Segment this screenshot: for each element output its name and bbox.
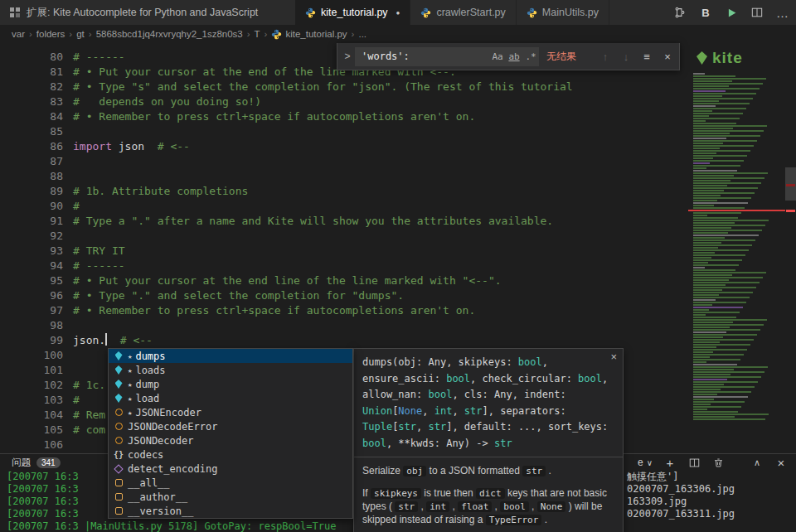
minimap-line [693,416,735,418]
token: # 1c. [73,379,105,391]
suggestion-item[interactable]: JSONDecoder [109,433,352,447]
suggestion-item[interactable]: __author__ [109,490,352,504]
editor-tab[interactable]: kite_tutorial.py● [295,0,410,25]
suggestion-item[interactable]: ★dump [109,377,352,391]
completion-field-icon [112,493,125,501]
minimap[interactable]: kite [688,43,785,453]
close-popup-icon[interactable]: × [610,351,617,363]
minimap-line [693,90,726,92]
split-editor-icon[interactable] [750,6,764,19]
previous-match-icon[interactable]: ↑ [598,51,613,63]
formatter-b-icon[interactable]: B [699,6,712,19]
minimap-line [693,346,716,348]
breadcrumb-item[interactable]: 5868sbcd1jq4rxvryqhy2_1sz8n0s3 [96,29,243,39]
completion-method-icon [112,466,125,472]
line-text: # depends on you doing so!) [73,94,261,109]
breadcrumb-item[interactable]: gt [76,29,85,39]
line-text: # • Remember to press ctrl+space if auto… [73,303,475,318]
line-number: 91 [0,214,63,229]
minimap-line [693,374,730,375]
close-find-icon[interactable]: × [660,51,675,63]
suggestion-item[interactable]: ★load [109,391,352,405]
completion-field-icon [112,479,125,486]
code-line: 86import json # <-- [0,139,190,154]
find-in-selection-icon[interactable]: ≡ [639,51,654,63]
minimap-line [693,75,735,77]
editor-tab[interactable]: MainUtils.py [517,0,609,25]
find-input[interactable] [360,50,489,63]
suggestion-item[interactable]: ★loads [109,363,352,377]
suggestion-item[interactable]: __all__ [109,476,352,490]
run-file-icon[interactable] [725,6,738,19]
suggestion-item[interactable]: JSONDecodeError [109,419,352,433]
breadcrumb-item[interactable]: ... [358,29,366,39]
line-number: 82 [0,80,63,94]
terminal-line-left: [200707 16:3 [7,496,79,507]
line-number: 100 [0,348,63,363]
line-number: 90 [0,199,63,214]
next-match-icon[interactable]: ↓ [619,51,633,63]
code-line: 80# ------ [0,50,125,65]
find-input-box: Aa ab .* [355,47,539,66]
toggle-replace-icon[interactable]: > [342,51,353,62]
breadcrumb-label: folders [36,29,66,39]
line-number: 81 [0,65,63,80]
suggestion-item[interactable]: __version__ [109,504,352,518]
kill-terminal-icon[interactable] [711,456,725,469]
breadcrumb-item[interactable]: folders [36,29,66,39]
suggestion-item[interactable]: {}codecs [109,447,352,462]
tab-problems[interactable]: 问题 341 [12,457,61,469]
minimap-code [688,73,785,420]
doc-text: , [492,501,500,512]
whole-word-icon[interactable]: ab [506,51,522,62]
kite-logo: kite [688,43,785,73]
breadcrumb: var›folders›gt›5868sbcd1jq4rxvryqhy2_1sz… [0,25,796,43]
token: json. [73,334,105,346]
editor-tab[interactable]: crawlerStart.py [410,0,516,25]
minimap-line [693,110,712,112]
minimap-error-line [688,210,785,211]
token: # • Type "." and select the completion f… [73,289,404,302]
breadcrumb-item[interactable]: kite_tutorial.py [271,29,347,40]
signature-token: allow_nan: [362,389,428,400]
token: # • Put your cursor at the end line of t… [73,274,502,287]
signature-token: , **kwds: Any) -> [386,438,494,449]
minimap-line [693,95,722,97]
line-text: # • Remember to press ctrl+space if auto… [73,109,475,124]
terminal-picker[interactable]: e ∨ [638,457,653,468]
minimap-line [693,105,716,107]
code-line: 102# 1c. [0,378,105,393]
split-terminal-icon[interactable] [687,456,701,469]
close-panel-icon[interactable]: × [774,456,788,469]
minimap-line [693,326,730,328]
minimap-line [693,120,706,122]
regex-icon[interactable]: .* [522,51,539,62]
graph-icon[interactable] [673,6,687,19]
minimap-line [693,334,757,336]
minimap-line [693,371,764,373]
minimap-line [693,394,717,395]
maximize-panel-icon[interactable]: ∧ [750,456,764,469]
code-line: 104# Rem [0,408,105,423]
minimap-line [693,376,761,378]
line-text: import json # <-- [73,139,190,154]
editor-actions: B … [673,0,789,25]
documentation-popup: × dumps(obj: Any, skipkeys: bool,ensure_… [353,348,624,532]
match-case-icon[interactable]: Aa [489,51,506,62]
suggestion-item[interactable]: ★JSONEncoder [109,405,352,419]
signature-line: ensure_ascii: bool, check_circular: bool… [362,371,614,388]
line-number: 85 [0,124,63,139]
suggestion-item[interactable]: detect_encoding [109,462,352,476]
breadcrumb-item[interactable]: var [12,29,25,39]
minimap-line [693,406,741,408]
chevron-right-icon: › [29,29,32,39]
token: # • Type "s" and select the completion f… [73,80,573,93]
autocomplete-dropdown: ★dumps★loads★dump★load★JSONEncoderJSONDe… [108,348,353,519]
new-terminal-icon[interactable]: + [663,456,677,469]
more-actions-icon[interactable]: … [776,6,789,19]
breadcrumb-item[interactable]: T [255,29,260,39]
suggestion-item[interactable]: ★dumps [109,349,352,363]
minimap-line [693,98,753,99]
minimap-line [693,247,718,249]
minimap-line [693,289,722,291]
